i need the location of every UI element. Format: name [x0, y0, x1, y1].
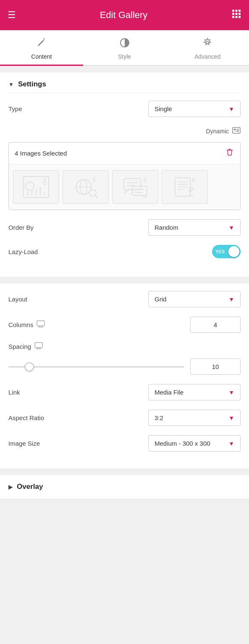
order-by-label: Order By	[8, 224, 34, 231]
overlay-collapse-arrow: ▶	[8, 484, 13, 490]
style-tab-icon	[119, 37, 131, 52]
link-value: Media File	[155, 389, 183, 396]
link-label: Link	[8, 389, 20, 396]
layout-value: Grid	[155, 296, 166, 303]
svg-rect-0	[232, 10, 234, 12]
svg-point-48	[192, 179, 195, 182]
svg-line-23	[43, 178, 45, 181]
svg-rect-7	[236, 16, 238, 18]
tab-style-label: Style	[118, 53, 131, 60]
image-size-row: Image Size Medium - 300 x 300 ▼	[8, 435, 241, 452]
svg-rect-5	[239, 13, 241, 15]
svg-rect-36	[132, 186, 147, 195]
svg-rect-13	[234, 131, 237, 132]
order-by-value: Random	[155, 224, 178, 231]
image-size-label: Image Size	[8, 440, 40, 447]
thumbnail-2[interactable]	[63, 170, 109, 204]
order-by-select[interactable]: Random ▼	[148, 219, 241, 236]
link-row: Link Media File ▼	[8, 384, 241, 400]
svg-rect-8	[239, 16, 241, 18]
aspect-ratio-row: Aspect Ratio 3:2 ▼	[8, 410, 241, 426]
lazy-load-label: Lazy-Load	[8, 248, 38, 255]
columns-monitor-icon	[37, 320, 45, 329]
svg-rect-51	[37, 321, 45, 326]
dynamic-icon[interactable]	[232, 126, 241, 136]
tab-content[interactable]: Content	[0, 30, 83, 65]
columns-input[interactable]: 4	[190, 317, 241, 333]
svg-line-49	[193, 177, 194, 179]
toggle-yes-label: YES	[215, 249, 225, 254]
settings-divider	[8, 93, 241, 93]
type-value: Single	[155, 105, 172, 112]
thumbnail-4[interactable]	[162, 170, 208, 204]
aspect-ratio-value: 3:2	[155, 414, 163, 421]
separator-2	[0, 468, 249, 472]
type-label: Type	[8, 105, 22, 112]
svg-line-24	[45, 178, 46, 181]
spacing-slider-row: 10	[8, 358, 241, 375]
hamburger-icon[interactable]: ☰	[8, 10, 16, 21]
aspect-ratio-chevron-icon: ▼	[228, 415, 234, 421]
dynamic-row: Dynamic	[8, 126, 241, 136]
svg-line-41	[145, 177, 146, 179]
lazy-load-toggle[interactable]: YES	[212, 245, 241, 258]
settings-form: Type Single ▼ Dynamic 4 Images Selected	[8, 101, 241, 269]
images-box-header: 4 Images Selected	[9, 143, 240, 164]
link-chevron-icon: ▼	[228, 389, 234, 396]
layout-select[interactable]: Grid ▼	[148, 291, 241, 307]
columns-row: Columns 4	[8, 317, 241, 333]
type-select[interactable]: Single ▼	[148, 101, 241, 117]
separator-1	[0, 277, 249, 280]
svg-point-16	[26, 182, 34, 190]
svg-line-40	[144, 177, 145, 179]
delete-images-icon[interactable]	[225, 148, 234, 159]
svg-rect-4	[236, 13, 238, 15]
svg-line-50	[194, 177, 194, 179]
aspect-ratio-label: Aspect Ratio	[8, 414, 44, 421]
layout-section: Layout Grid ▼ Columns 4 Spacing	[0, 283, 249, 468]
tab-content-label: Content	[31, 53, 52, 60]
thumbnail-1[interactable]	[13, 170, 59, 204]
toggle-switch[interactable]: YES	[212, 245, 241, 258]
advanced-tab-icon	[202, 37, 213, 52]
columns-label-group: Columns	[8, 320, 45, 329]
spacing-monitor-icon	[34, 342, 43, 351]
tab-style[interactable]: Style	[83, 30, 166, 65]
overlay-section: ▶ Overlay	[0, 475, 249, 499]
settings-section-header[interactable]: ▼ Settings	[8, 80, 241, 88]
grid-icon[interactable]	[231, 9, 241, 21]
aspect-ratio-select[interactable]: 3:2 ▼	[148, 410, 241, 426]
svg-line-29	[95, 195, 97, 197]
spacing-label: Spacing	[8, 343, 31, 350]
order-by-chevron-icon: ▼	[228, 224, 234, 231]
tab-advanced-label: Advanced	[194, 53, 220, 60]
svg-rect-11	[233, 127, 240, 133]
layout-label: Layout	[8, 296, 27, 303]
svg-rect-6	[232, 16, 234, 18]
tabs: Content Style Advanced	[0, 30, 249, 66]
spacing-label-row: Spacing	[8, 342, 241, 351]
spacing-slider-track[interactable]	[8, 366, 184, 368]
thumbnail-3[interactable]	[112, 170, 158, 204]
svg-rect-2	[239, 10, 241, 12]
spacing-block: Spacing 10	[8, 342, 241, 375]
image-size-select[interactable]: Medium - 300 x 300 ▼	[148, 435, 241, 452]
image-size-value: Medium - 300 x 300	[155, 440, 210, 447]
settings-collapse-arrow: ▼	[8, 81, 14, 88]
content-tab-icon	[36, 37, 47, 52]
type-chevron-icon: ▼	[228, 106, 234, 112]
svg-rect-1	[236, 10, 238, 12]
spacing-slider-thumb[interactable]	[25, 362, 34, 371]
svg-rect-3	[232, 13, 234, 15]
tab-separator	[0, 66, 249, 69]
svg-point-22	[43, 181, 46, 184]
svg-line-31	[93, 177, 94, 179]
tab-advanced[interactable]: Advanced	[166, 30, 249, 65]
svg-point-39	[144, 179, 146, 182]
svg-rect-14	[237, 129, 239, 132]
layout-row: Layout Grid ▼	[8, 291, 241, 307]
link-select[interactable]: Media File ▼	[148, 384, 241, 400]
spacing-input[interactable]: 10	[190, 358, 241, 375]
overlay-section-header[interactable]: ▶ Overlay	[8, 483, 241, 491]
page-title: Edit Gallery	[100, 10, 148, 21]
